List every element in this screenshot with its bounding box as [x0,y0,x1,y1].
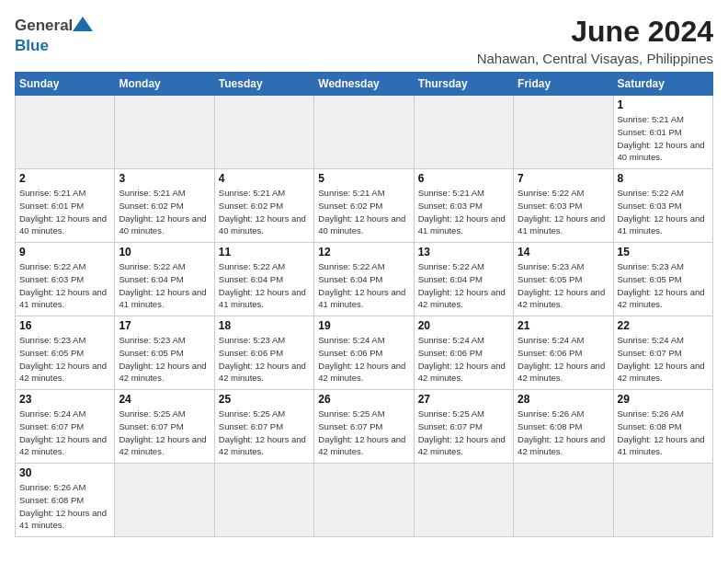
calendar-cell: 29Sunrise: 5:26 AMSunset: 6:08 PMDayligh… [613,390,712,464]
day-number: 12 [318,246,409,259]
day-number: 24 [119,393,210,406]
day-number: 4 [219,172,310,185]
sun-info: Sunrise: 5:26 AMSunset: 6:08 PMDaylight:… [618,408,709,458]
calendar-cell [314,96,414,169]
day-of-week-header: Monday [115,73,214,96]
day-number: 27 [418,393,509,406]
calendar-cell [214,464,313,537]
day-number: 17 [119,319,210,332]
calendar-cell: 8Sunrise: 5:22 AMSunset: 6:03 PMDaylight… [613,169,712,243]
sun-info: Sunrise: 5:21 AMSunset: 6:02 PMDaylight:… [119,187,210,237]
calendar-cell: 17Sunrise: 5:23 AMSunset: 6:05 PMDayligh… [115,316,214,390]
day-number: 15 [618,246,709,259]
calendar-cell: 7Sunrise: 5:22 AMSunset: 6:03 PMDaylight… [514,169,613,243]
sun-info: Sunrise: 5:26 AMSunset: 6:08 PMDaylight:… [19,481,110,532]
day-of-week-header: Thursday [414,73,513,96]
day-number: 13 [418,246,509,259]
calendar-cell: 30Sunrise: 5:26 AMSunset: 6:08 PMDayligh… [16,464,115,537]
sun-info: Sunrise: 5:23 AMSunset: 6:05 PMDaylight:… [518,260,609,311]
day-of-week-header: Saturday [613,73,712,96]
sun-info: Sunrise: 5:22 AMSunset: 6:04 PMDaylight:… [318,260,409,311]
sun-info: Sunrise: 5:24 AMSunset: 6:06 PMDaylight:… [518,334,609,385]
calendar-cell: 23Sunrise: 5:24 AMSunset: 6:07 PMDayligh… [16,390,115,464]
day-of-week-header: Sunday [16,73,115,96]
day-number: 2 [19,172,110,185]
sun-info: Sunrise: 5:25 AMSunset: 6:07 PMDaylight:… [418,408,509,458]
sun-info: Sunrise: 5:21 AMSunset: 6:03 PMDaylight:… [418,187,509,237]
calendar-cell: 14Sunrise: 5:23 AMSunset: 6:05 PMDayligh… [514,243,613,316]
day-number: 26 [318,393,409,406]
day-number: 9 [19,246,110,259]
logo-icon [73,15,93,37]
day-number: 29 [618,393,709,406]
day-number: 21 [518,319,609,332]
calendar-cell: 3Sunrise: 5:21 AMSunset: 6:02 PMDaylight… [115,169,214,243]
calendar-cell: 20Sunrise: 5:24 AMSunset: 6:06 PMDayligh… [414,316,513,390]
calendar-cell: 16Sunrise: 5:23 AMSunset: 6:05 PMDayligh… [16,316,115,390]
sun-info: Sunrise: 5:21 AMSunset: 6:02 PMDaylight:… [318,187,409,237]
sun-info: Sunrise: 5:21 AMSunset: 6:02 PMDaylight:… [219,187,310,237]
sun-info: Sunrise: 5:25 AMSunset: 6:07 PMDaylight:… [318,408,409,458]
day-number: 23 [19,393,110,406]
calendar-cell [414,464,513,537]
day-of-week-header: Tuesday [214,73,313,96]
calendar-cell: 11Sunrise: 5:22 AMSunset: 6:04 PMDayligh… [214,243,313,316]
calendar-cell: 19Sunrise: 5:24 AMSunset: 6:06 PMDayligh… [314,316,414,390]
sun-info: Sunrise: 5:24 AMSunset: 6:07 PMDaylight:… [618,334,709,385]
logo-general: General [15,17,73,35]
day-of-week-header: Wednesday [314,73,414,96]
calendar-cell [514,96,613,169]
sun-info: Sunrise: 5:23 AMSunset: 6:05 PMDaylight:… [618,260,709,311]
day-number: 11 [219,246,310,259]
month-year: June 2024 [477,15,713,49]
sun-info: Sunrise: 5:23 AMSunset: 6:05 PMDaylight:… [19,334,110,385]
calendar-cell: 6Sunrise: 5:21 AMSunset: 6:03 PMDaylight… [414,169,513,243]
calendar-cell [314,464,414,537]
day-number: 1 [618,98,709,111]
sun-info: Sunrise: 5:22 AMSunset: 6:04 PMDaylight:… [119,260,210,311]
sun-info: Sunrise: 5:22 AMSunset: 6:04 PMDaylight:… [219,260,310,311]
day-number: 20 [418,319,509,332]
calendar-cell: 2Sunrise: 5:21 AMSunset: 6:01 PMDaylight… [16,169,115,243]
sun-info: Sunrise: 5:25 AMSunset: 6:07 PMDaylight:… [119,408,210,458]
sun-info: Sunrise: 5:22 AMSunset: 6:03 PMDaylight:… [618,187,709,237]
day-number: 14 [518,246,609,259]
sun-info: Sunrise: 5:23 AMSunset: 6:06 PMDaylight:… [219,334,310,385]
calendar-cell [613,464,712,537]
calendar-cell: 28Sunrise: 5:26 AMSunset: 6:08 PMDayligh… [514,390,613,464]
calendar-cell: 12Sunrise: 5:22 AMSunset: 6:04 PMDayligh… [314,243,414,316]
calendar-cell: 27Sunrise: 5:25 AMSunset: 6:07 PMDayligh… [414,390,513,464]
calendar-cell: 24Sunrise: 5:25 AMSunset: 6:07 PMDayligh… [115,390,214,464]
sun-info: Sunrise: 5:24 AMSunset: 6:06 PMDaylight:… [318,334,409,385]
calendar-cell: 13Sunrise: 5:22 AMSunset: 6:04 PMDayligh… [414,243,513,316]
title-area: June 2024 Nahawan, Central Visayas, Phil… [477,15,713,66]
day-number: 16 [19,319,110,332]
calendar-cell: 18Sunrise: 5:23 AMSunset: 6:06 PMDayligh… [214,316,313,390]
day-number: 30 [19,466,110,479]
calendar-cell [414,96,513,169]
day-number: 25 [219,393,310,406]
sun-info: Sunrise: 5:22 AMSunset: 6:03 PMDaylight:… [19,260,110,311]
header: General Blue June 2024 Nahawan, Central … [15,15,713,66]
sun-info: Sunrise: 5:25 AMSunset: 6:07 PMDaylight:… [219,408,310,458]
logo-blue: Blue [15,37,49,54]
day-of-week-header: Friday [514,73,613,96]
calendar-cell: 21Sunrise: 5:24 AMSunset: 6:06 PMDayligh… [514,316,613,390]
svg-marker-0 [73,17,93,31]
calendar-cell: 25Sunrise: 5:25 AMSunset: 6:07 PMDayligh… [214,390,313,464]
calendar-cell [514,464,613,537]
sun-info: Sunrise: 5:24 AMSunset: 6:06 PMDaylight:… [418,334,509,385]
sun-info: Sunrise: 5:21 AMSunset: 6:01 PMDaylight:… [19,187,110,237]
day-number: 5 [318,172,409,185]
sun-info: Sunrise: 5:24 AMSunset: 6:07 PMDaylight:… [19,408,110,458]
day-number: 10 [119,246,210,259]
day-number: 6 [418,172,509,185]
sun-info: Sunrise: 5:22 AMSunset: 6:04 PMDaylight:… [418,260,509,311]
calendar-cell [115,464,214,537]
sun-info: Sunrise: 5:22 AMSunset: 6:03 PMDaylight:… [518,187,609,237]
sun-info: Sunrise: 5:23 AMSunset: 6:05 PMDaylight:… [119,334,210,385]
day-number: 19 [318,319,409,332]
calendar-cell: 10Sunrise: 5:22 AMSunset: 6:04 PMDayligh… [115,243,214,316]
sun-info: Sunrise: 5:21 AMSunset: 6:01 PMDaylight:… [618,113,709,164]
calendar: SundayMondayTuesdayWednesdayThursdayFrid… [15,72,713,537]
